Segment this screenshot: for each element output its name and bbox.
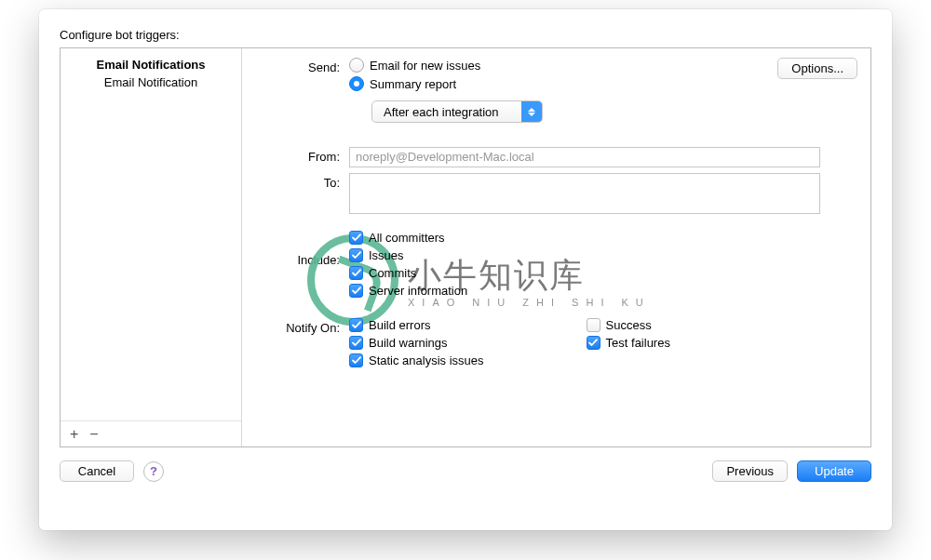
checkbox-icon	[587, 336, 600, 350]
checkbox-success[interactable]: Success	[587, 318, 670, 332]
to-label: To:	[242, 173, 349, 190]
frequency-select[interactable]: After each integration	[371, 100, 543, 123]
checkbox-issues[interactable]: Issues	[349, 248, 857, 262]
sidebar-footer: + −	[61, 420, 241, 447]
dialog-footer: Cancel ? Previous Update	[60, 460, 871, 482]
remove-trigger-button[interactable]: −	[89, 426, 98, 443]
checkbox-label: Server information	[369, 284, 467, 298]
checkbox-label: Success	[606, 318, 652, 332]
cancel-button[interactable]: Cancel	[60, 460, 134, 482]
checkbox-label: Static analysis issues	[369, 353, 484, 367]
frequency-value: After each integration	[372, 101, 521, 122]
notify-label: Notify On:	[242, 318, 349, 335]
checkbox-label: Commits	[369, 266, 416, 280]
radio-icon	[349, 58, 364, 73]
content-panel: Email Notifications Email Notification +…	[60, 47, 871, 447]
send-label: Send:	[242, 58, 349, 74]
checkbox-server-info[interactable]: Server information	[349, 284, 857, 298]
checkbox-label: Build warnings	[369, 336, 448, 350]
to-field[interactable]	[349, 173, 820, 214]
sidebar-section-header: Email Notifications	[61, 52, 241, 73]
update-button[interactable]: Update	[797, 460, 871, 482]
add-trigger-button[interactable]: +	[70, 426, 78, 443]
main-panel: Options... 小牛知识库 XIAO NIU ZHI SHI KU Sen…	[242, 48, 870, 447]
triggers-sidebar: Email Notifications Email Notification +…	[61, 48, 242, 447]
dialog-sheet: Configure bot triggers: Email Notificati…	[39, 9, 892, 530]
from-label: From:	[242, 147, 349, 164]
checkbox-label: All committers	[369, 231, 445, 245]
options-button[interactable]: Options...	[777, 58, 857, 79]
include-label: Include:	[242, 231, 349, 267]
chevron-up-down-icon	[521, 101, 542, 122]
checkbox-icon	[349, 353, 363, 367]
from-field[interactable]: noreply@Development-Mac.local	[349, 147, 820, 167]
help-button[interactable]: ?	[143, 461, 164, 482]
checkbox-icon	[349, 284, 363, 298]
checkbox-icon	[587, 318, 600, 332]
checkbox-static-analysis[interactable]: Static analysis issues	[349, 353, 484, 367]
checkbox-build-warnings[interactable]: Build warnings	[349, 336, 484, 350]
checkbox-label: Test failures	[606, 336, 670, 350]
radio-label: Summary report	[370, 77, 456, 91]
checkbox-commits[interactable]: Commits	[349, 266, 857, 280]
checkbox-build-errors[interactable]: Build errors	[349, 318, 484, 332]
checkbox-test-failures[interactable]: Test failures	[587, 336, 670, 350]
previous-button[interactable]: Previous	[712, 460, 788, 482]
checkbox-all-committers[interactable]: All committers	[349, 231, 857, 245]
checkbox-icon	[349, 231, 363, 245]
dialog-title: Configure bot triggers:	[60, 28, 871, 42]
checkbox-label: Issues	[369, 248, 404, 262]
sidebar-item-email-notification[interactable]: Email Notification	[61, 73, 241, 91]
radio-label: Email for new issues	[370, 59, 480, 73]
triggers-list[interactable]: Email Notifications Email Notification	[61, 48, 241, 420]
radio-icon	[349, 76, 364, 91]
checkbox-label: Build errors	[369, 318, 430, 332]
checkbox-icon	[349, 266, 363, 280]
checkbox-icon	[349, 248, 363, 262]
checkbox-icon	[349, 318, 363, 332]
checkbox-icon	[349, 336, 363, 350]
